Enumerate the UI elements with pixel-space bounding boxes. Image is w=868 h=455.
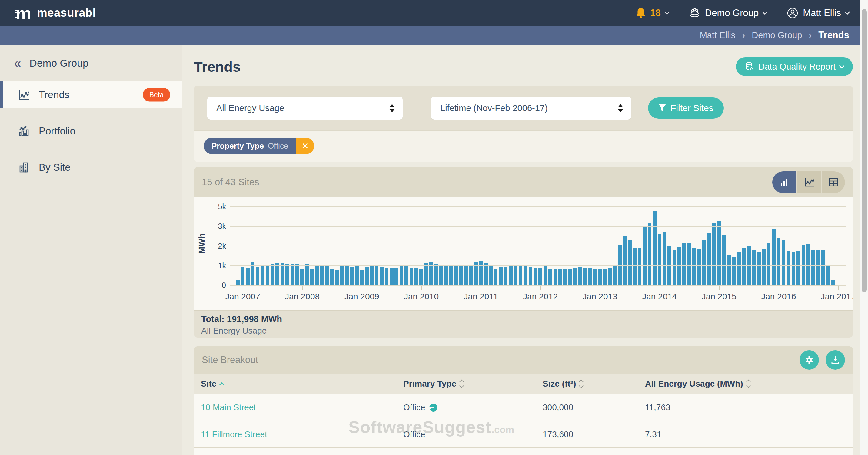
chart-bar[interactable] (375, 265, 378, 286)
chart-bar[interactable] (573, 268, 577, 286)
chart-bar[interactable] (653, 211, 656, 286)
chart-bar[interactable] (722, 235, 725, 286)
chart-bar[interactable] (439, 266, 443, 286)
chart-bar[interactable] (479, 261, 483, 286)
chart-bar[interactable] (806, 244, 810, 286)
chart-bar[interactable] (315, 266, 319, 286)
data-quality-report-button[interactable]: Data Quality Report (736, 57, 853, 76)
chart-bar[interactable] (404, 265, 408, 286)
column-header-all-energy-usage-mwh-[interactable]: All Energy Usage (MWh) (645, 379, 846, 389)
chart-bar[interactable] (762, 249, 766, 286)
chart-bar[interactable] (464, 265, 468, 286)
chart-bar[interactable] (305, 264, 309, 286)
chart-bar[interactable] (717, 221, 721, 286)
chart-bar[interactable] (529, 267, 532, 286)
chart-bar[interactable] (385, 268, 389, 286)
chart-bar[interactable] (300, 268, 304, 286)
chart-bar[interactable] (454, 265, 458, 286)
chart-bar[interactable] (419, 268, 423, 286)
chart-bar[interactable] (608, 268, 612, 286)
chart-bar[interactable] (593, 268, 597, 286)
chart-bar[interactable] (658, 234, 661, 286)
chart-bar[interactable] (822, 250, 825, 286)
chart-bar[interactable] (677, 247, 681, 286)
chart-bar[interactable] (613, 266, 617, 286)
sidebar-item-trends[interactable]: Trends Beta (0, 81, 182, 108)
chart-bar[interactable] (519, 265, 522, 286)
chart-bar[interactable] (395, 268, 398, 286)
chart-bar[interactable] (360, 270, 364, 286)
chart-bar[interactable] (797, 251, 800, 286)
chart-bar[interactable] (563, 269, 567, 286)
chart-bar[interactable] (638, 248, 641, 286)
sidebar-collapse[interactable]: « Demo Group (0, 44, 182, 69)
chart-bar[interactable] (554, 269, 557, 286)
chart-bar[interactable] (811, 250, 815, 286)
breadcrumb-group[interactable]: Demo Group (752, 30, 802, 40)
chart-bar[interactable] (246, 268, 249, 286)
chart-bar[interactable] (434, 264, 438, 286)
chart-bar[interactable] (484, 263, 488, 286)
chart-bar[interactable] (598, 268, 602, 286)
line-chart-view-button[interactable] (797, 171, 821, 193)
chart-bar[interactable] (558, 269, 562, 286)
chart-bar[interactable] (732, 257, 736, 286)
chart-bar[interactable] (355, 266, 359, 286)
chart-bar[interactable] (712, 223, 716, 286)
chart-bar[interactable] (772, 229, 775, 286)
chart-bar[interactable] (737, 252, 741, 286)
chart-bar[interactable] (702, 240, 706, 286)
bar-chart-view-button[interactable] (772, 171, 797, 193)
column-header-site[interactable]: Site (201, 379, 403, 389)
chart-bar[interactable] (603, 269, 607, 286)
chart-bar[interactable] (285, 264, 289, 286)
chart-bar[interactable] (544, 265, 547, 286)
chart-bar[interactable] (628, 240, 631, 286)
pie-chart-icon[interactable] (429, 403, 437, 412)
chart-bar[interactable] (380, 267, 383, 286)
page-scrollbar[interactable] (860, 0, 868, 455)
chart-bar[interactable] (325, 266, 329, 286)
metric-select[interactable]: All Energy Usage (207, 97, 403, 120)
chart-bar[interactable] (752, 250, 755, 286)
chart-bar[interactable] (682, 243, 686, 286)
chart-bar[interactable] (281, 263, 284, 286)
chart-bar[interactable] (633, 248, 637, 286)
chart-bar[interactable] (425, 263, 428, 286)
table-view-button[interactable] (821, 171, 845, 193)
chart-bar[interactable] (792, 252, 795, 286)
chart-bar[interactable] (310, 269, 314, 286)
chart-bar[interactable] (330, 268, 334, 286)
site-link[interactable]: 11 Fillmore Street (201, 429, 403, 439)
chart-bar[interactable] (538, 268, 542, 286)
chart-bar[interactable] (400, 266, 403, 286)
chart-bar[interactable] (449, 266, 453, 286)
chart-bar[interactable] (256, 267, 259, 286)
scrollbar-thumb[interactable] (862, 9, 867, 292)
chart-bar[interactable] (459, 266, 463, 286)
chart-bar[interactable] (296, 264, 299, 286)
chart-bar[interactable] (260, 266, 264, 286)
chart-bar[interactable] (588, 268, 592, 286)
chart-bar[interactable] (241, 267, 245, 286)
chart-bar[interactable] (583, 268, 587, 286)
chart-bar[interactable] (578, 267, 582, 286)
download-button[interactable] (826, 350, 845, 370)
chart-bar[interactable] (271, 264, 274, 286)
chart-bar[interactable] (618, 245, 622, 286)
chart-bar[interactable] (410, 268, 413, 286)
chart-bar[interactable] (469, 266, 473, 286)
chart-bar[interactable] (489, 265, 493, 286)
chart-bar[interactable] (662, 232, 666, 286)
chart-bar[interactable] (335, 270, 339, 286)
chart-bar[interactable] (767, 243, 770, 286)
table-settings-button[interactable] (800, 350, 819, 370)
chart-bar[interactable] (275, 263, 279, 286)
chart-bar[interactable] (514, 266, 518, 286)
chart-bar[interactable] (673, 250, 676, 286)
chart-bar[interactable] (533, 268, 537, 286)
chart-bar[interactable] (777, 238, 780, 286)
chart-bar[interactable] (444, 266, 448, 286)
chart-bar[interactable] (266, 265, 269, 286)
filter-sites-button[interactable]: Filter Sites (648, 97, 724, 119)
